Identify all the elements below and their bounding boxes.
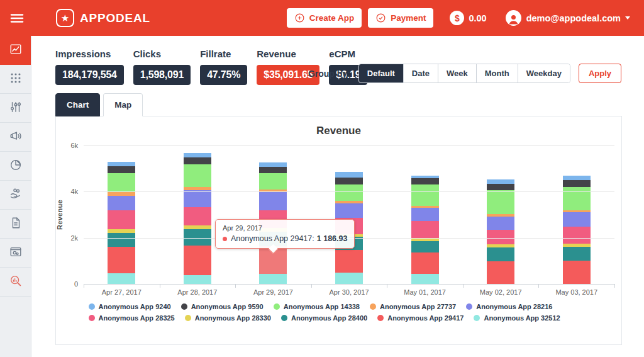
stat-impressions: Impressions184,179,554 [55, 48, 124, 85]
bar-segment[interactable] [184, 157, 211, 164]
hamburger-menu-icon[interactable] [9, 11, 25, 26]
sidebar-item-segments[interactable] [0, 94, 31, 123]
bar-segment[interactable] [335, 184, 363, 201]
bar-segment[interactable] [108, 166, 135, 173]
x-axis-tick [538, 284, 539, 288]
top-bar: ★ APPODEAL Create App Payment $ 0.00 dem… [0, 0, 644, 36]
bar-segment[interactable] [184, 246, 211, 275]
sidebar-item-analyze[interactable] [0, 268, 31, 297]
bar-segment[interactable] [184, 190, 211, 207]
stacked-bar-apr-28-2017[interactable] [184, 153, 211, 284]
legend-item[interactable]: Anonymous App 27737 [370, 303, 456, 310]
y-tick-label: 0 [74, 280, 78, 288]
bar-segment[interactable] [411, 274, 439, 285]
bar-segment[interactable] [259, 191, 287, 210]
group-by-option-weekday[interactable]: Weekday [518, 64, 570, 82]
bar-segment[interactable] [335, 172, 363, 178]
bar-segment[interactable] [563, 180, 591, 187]
bar-segment[interactable] [411, 178, 439, 184]
sidebar-item-payouts[interactable] [0, 181, 31, 210]
bar-segment[interactable] [487, 230, 514, 244]
bar-segment[interactable] [411, 252, 439, 274]
legend-dot-icon [89, 303, 95, 310]
bar-segment[interactable] [259, 173, 287, 190]
bar-segment[interactable] [563, 176, 591, 180]
bar-segment[interactable] [563, 212, 591, 227]
bar-segment[interactable] [411, 221, 439, 238]
bar-segment[interactable] [335, 273, 363, 284]
bar-segment[interactable] [259, 162, 287, 167]
sidebar-item-apps[interactable] [0, 65, 31, 94]
bar-segment[interactable] [108, 162, 135, 166]
legend-item[interactable]: Anonymous App 14338 [274, 303, 360, 310]
bar-segment[interactable] [108, 210, 135, 229]
sidebar-item-promote[interactable] [0, 123, 31, 152]
bar-segment[interactable] [335, 250, 363, 273]
bar-segment[interactable] [487, 179, 514, 184]
stat-clicks: Clicks1,598,091 [133, 48, 191, 85]
group-by-option-date[interactable]: Date [403, 64, 438, 82]
bar-segment[interactable] [411, 241, 439, 252]
bar-segment[interactable] [108, 196, 135, 210]
bar-segment[interactable] [108, 229, 135, 234]
create-app-button[interactable]: Create App [287, 8, 362, 28]
legend-item[interactable]: Anonymous App 28325 [89, 314, 175, 322]
bar-segment[interactable] [487, 190, 514, 214]
bar-segment[interactable] [184, 164, 211, 187]
bar-segment[interactable] [259, 167, 287, 173]
bar-segment[interactable] [487, 247, 514, 261]
document-icon [9, 216, 23, 232]
stacked-bar-may-02-2017[interactable] [487, 179, 514, 284]
sidebar-item-statistics[interactable] [0, 36, 31, 65]
account-menu[interactable]: demo@appodeal.com [506, 10, 630, 26]
bar-segment[interactable] [184, 275, 211, 284]
bar-segment[interactable] [184, 207, 211, 225]
bar-segment[interactable] [411, 208, 439, 221]
x-axis-tick [311, 284, 312, 288]
sidebar-item-mediation[interactable] [0, 152, 31, 181]
x-axis-tick [160, 284, 160, 288]
bar-segment[interactable] [563, 187, 591, 210]
legend-item[interactable]: Anonymous App 28330 [185, 314, 271, 322]
bar-segment[interactable] [563, 261, 591, 284]
apply-button[interactable]: Apply [579, 64, 621, 83]
legend-item[interactable]: Anonymous App 28400 [281, 314, 367, 322]
legend-item[interactable]: Anonymous App 9590 [181, 303, 264, 310]
bar-segment[interactable] [335, 203, 363, 218]
tab-chart[interactable]: Chart [55, 93, 100, 116]
sidebar-item-documents[interactable] [0, 210, 31, 239]
legend-item[interactable]: Anonymous App 9240 [89, 303, 171, 310]
group-by-option-month[interactable]: Month [476, 64, 518, 82]
payment-button[interactable]: Payment [368, 8, 433, 28]
legend-item[interactable]: Anonymous App 32512 [474, 314, 560, 322]
tab-map[interactable]: Map [103, 93, 143, 116]
bar-segment[interactable] [411, 184, 439, 206]
legend-item[interactable]: Anonymous App 29417 [377, 314, 464, 322]
bar-segment[interactable] [563, 227, 591, 244]
legend-label: Anonymous App 27737 [380, 303, 456, 310]
appodeal-logo-icon[interactable]: ★ [56, 9, 74, 27]
bar-segment[interactable] [108, 273, 135, 284]
bar-segment[interactable] [184, 153, 211, 158]
bar-segment[interactable] [108, 247, 135, 273]
group-by-option-week[interactable]: Week [438, 64, 476, 82]
bar-segment[interactable] [487, 217, 514, 230]
bar-segment[interactable] [563, 247, 591, 261]
bar-segment[interactable] [108, 173, 135, 193]
search-chart-icon [9, 274, 23, 290]
bar-segment[interactable] [487, 184, 514, 190]
bar-segment[interactable] [487, 261, 514, 284]
legend-label: Anonymous App 32512 [484, 314, 560, 322]
dollar-icon: $ [450, 11, 464, 25]
legend-item[interactable]: Anonymous App 28216 [466, 303, 552, 310]
bar-segment[interactable] [259, 274, 287, 284]
group-by-option-default[interactable]: Default [359, 64, 403, 82]
bar-segment[interactable] [335, 178, 363, 184]
group-by-control: Group by: DefaultDateWeekMonthWeekday Ap… [308, 64, 621, 83]
stacked-bar-apr-27-2017[interactable] [108, 162, 135, 284]
sidebar-item-services[interactable] [0, 239, 31, 268]
apps-grid-icon [9, 71, 23, 88]
legend-dot-icon [281, 315, 287, 321]
bar-segment[interactable] [108, 233, 135, 247]
balance-widget[interactable]: $ 0.00 [450, 11, 486, 25]
